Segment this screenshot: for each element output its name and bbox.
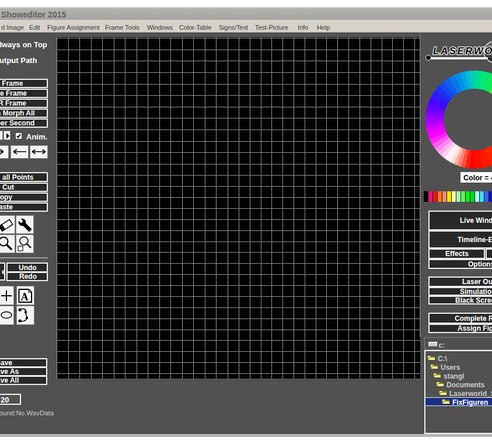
- svg-text:A: A: [20, 291, 28, 303]
